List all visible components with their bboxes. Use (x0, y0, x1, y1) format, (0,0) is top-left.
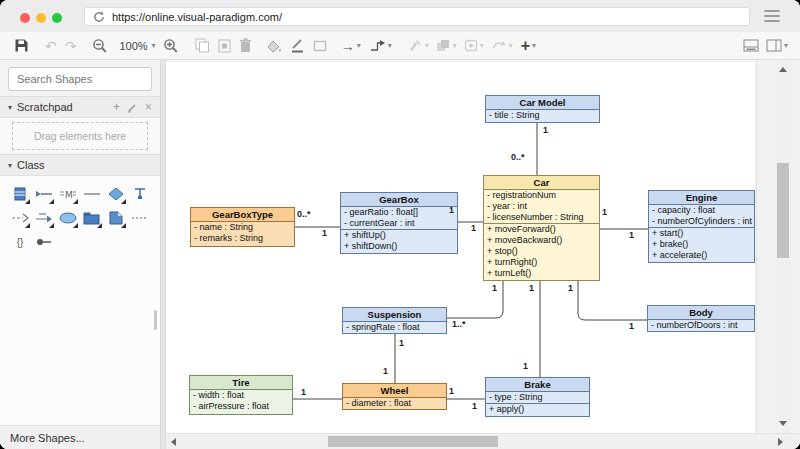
bring-forward-icon (436, 39, 451, 52)
zoom-in-button[interactable] (163, 34, 179, 58)
browser-menu-icon[interactable] (764, 10, 780, 22)
multiplicity-label: 0..* (297, 210, 311, 219)
class-section-title: Class (17, 159, 45, 171)
sidebar-scrollbar-thumb[interactable] (154, 310, 157, 330)
palette-diamond-icon[interactable] (104, 182, 128, 206)
class-operation: + brake() (649, 239, 754, 250)
save-button[interactable] (14, 34, 29, 58)
diagram-canvas[interactable]: Car Model - title : String Car - registr… (166, 62, 755, 433)
zoom-level-dropdown[interactable]: 100% ▾ (115, 34, 155, 58)
toggle-layout-panel-button[interactable]: ▾ (766, 34, 788, 58)
palette-dashed-line-icon[interactable] (128, 206, 152, 230)
class-attribute: - title : String (486, 110, 599, 121)
scratchpad-section-header[interactable]: ▾ Scratchpad + × (0, 96, 160, 118)
format-painter-button[interactable]: ▾ (408, 34, 429, 58)
class-gearbox[interactable]: GearBox - gearRatio : float[] - currentG… (340, 192, 458, 254)
close-window-button[interactable] (20, 13, 30, 23)
scroll-left-icon[interactable] (171, 438, 176, 446)
palette-note-icon[interactable] (104, 206, 128, 230)
scratchpad-dropzone[interactable]: Drag elements here (12, 122, 148, 150)
palette-association-class-icon[interactable]: M (56, 182, 80, 206)
paste-button[interactable] (218, 34, 231, 58)
class-title: GearBoxType (191, 208, 294, 222)
multiplicity-label: 1 (523, 362, 528, 371)
class-suspension[interactable]: Suspension - springRate : float (342, 307, 447, 334)
class-brake[interactable]: Brake - type : String + apply() (485, 377, 590, 417)
shape-sidebar: ▾ Scratchpad + × Drag elements here ▾ Cl… (0, 60, 160, 449)
arrow-right-icon: → (341, 39, 355, 53)
zoom-window-button[interactable] (52, 13, 62, 23)
vertical-scrollbar-thumb[interactable] (777, 163, 789, 258)
palette-aggregation-icon[interactable] (32, 182, 56, 206)
undo-button[interactable]: ↶ (45, 34, 57, 58)
toggle-format-panel-button[interactable] (743, 34, 759, 58)
arrow-style-dropdown[interactable]: → ▾ (341, 34, 361, 58)
minimize-window-button[interactable] (36, 13, 46, 23)
class-title: Car (484, 176, 599, 190)
fill-color-button[interactable] (266, 34, 282, 58)
scroll-right-icon[interactable] (778, 438, 783, 446)
multiplicity-label: 1 (449, 387, 454, 396)
palette-directed-association-icon[interactable] (32, 206, 56, 230)
scratchpad-title: Scratchpad (17, 101, 73, 113)
vertical-scrollbar-track[interactable] (775, 60, 791, 433)
class-body[interactable]: Body - numberOfDoors : int (647, 305, 755, 332)
class-car-model[interactable]: Car Model - title : String (485, 95, 600, 123)
delete-button[interactable] (239, 34, 252, 58)
search-shapes-box[interactable] (8, 67, 152, 91)
palette-ellipse-icon[interactable] (56, 206, 80, 230)
url-bar[interactable]: https://online.visual-paradigm.com/ (84, 7, 750, 26)
scroll-down-icon[interactable] (779, 421, 787, 426)
scratchpad-add-icon[interactable]: + (113, 101, 120, 113)
class-title: Engine (649, 191, 754, 205)
bring-forward-button[interactable]: ▾ (436, 34, 457, 58)
more-shapes-button[interactable]: More Shapes... (0, 425, 160, 449)
scratchpad-close-icon[interactable]: × (145, 101, 152, 113)
horizontal-scrollbar-thumb[interactable] (328, 436, 498, 447)
shape-style-button[interactable] (313, 34, 327, 58)
palette-package-icon[interactable] (80, 206, 104, 230)
dropzone-hint: Drag elements here (34, 130, 126, 142)
class-engine[interactable]: Engine - capacity : float - numberOfCyli… (648, 190, 755, 263)
refresh-icon[interactable] (93, 11, 105, 23)
line-color-icon (290, 38, 305, 53)
search-input[interactable] (9, 73, 159, 85)
horizontal-scrollbar[interactable] (166, 433, 800, 449)
rotate-shape-button[interactable]: ▾ (491, 34, 513, 58)
zoom-out-button[interactable] (92, 34, 108, 58)
class-title: Tire (190, 376, 292, 390)
multiplicity-label: 1 (602, 208, 607, 217)
class-operation: + apply() (486, 404, 589, 415)
main-area: ▾ Scratchpad + × Drag elements here ▾ Cl… (0, 60, 800, 449)
class-tire[interactable]: Tire - width : float - airPressure : flo… (189, 375, 293, 415)
copy-button[interactable] (195, 34, 210, 58)
palette-class-icon[interactable] (8, 182, 32, 206)
plus-icon: + (521, 38, 530, 54)
multiplicity-label: 1 (301, 388, 306, 397)
class-attribute: - type : String (486, 392, 589, 403)
class-title: Wheel (343, 384, 446, 398)
more-shapes-label: More Shapes... (10, 432, 85, 444)
redo-button[interactable]: ↷ (65, 34, 77, 58)
class-wheel[interactable]: Wheel - diameter : float (342, 383, 447, 410)
palette-line-icon[interactable] (80, 182, 104, 206)
connector-style-dropdown[interactable]: ▾ (369, 34, 392, 58)
scroll-up-icon[interactable] (779, 67, 787, 72)
insert-shape-dropdown[interactable]: + ▾ (521, 34, 536, 58)
class-section-header[interactable]: ▾ Class (0, 154, 160, 176)
class-gearboxtype[interactable]: GearBoxType - name : String - remarks : … (190, 207, 295, 247)
url-text: https://online.visual-paradigm.com/ (112, 11, 282, 23)
class-attribute: - width : float (190, 390, 292, 401)
class-title: Body (648, 306, 754, 320)
line-color-button[interactable] (290, 34, 305, 58)
scratchpad-edit-icon[interactable] (127, 102, 138, 113)
class-attribute: - numberOfDoors : int (648, 320, 754, 331)
palette-constraint-icon[interactable]: {} (8, 230, 32, 254)
palette-dependency-icon[interactable] (8, 206, 32, 230)
vertical-scrollbar (756, 60, 800, 433)
align-shape-button[interactable]: ▾ (464, 34, 484, 58)
class-car[interactable]: Car - registrationNum - year : int - lic… (483, 175, 600, 281)
palette-pin-icon[interactable] (32, 230, 56, 254)
palette-containment-icon[interactable] (128, 182, 152, 206)
layout-panel-icon (766, 39, 782, 52)
